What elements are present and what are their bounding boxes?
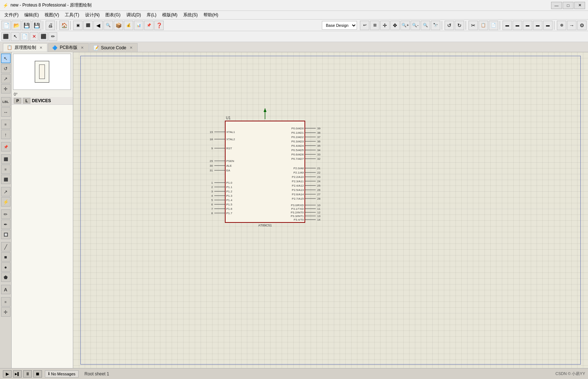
tb2-btn3[interactable]: 📄 bbox=[20, 32, 29, 41]
paste-button[interactable]: 📄 bbox=[489, 21, 498, 30]
save-as-button[interactable]: 💾 bbox=[32, 21, 41, 30]
help-button[interactable]: ❓ bbox=[154, 21, 164, 30]
text-tool1[interactable]: ✏ bbox=[1, 209, 10, 219]
move-up[interactable]: ↑ bbox=[1, 130, 10, 139]
menu-lib[interactable]: 库(L) bbox=[144, 11, 159, 19]
stop-button[interactable]: ⏹ bbox=[33, 370, 42, 378]
sidebar: 0° P L DEVICES bbox=[12, 52, 73, 368]
grid-button[interactable]: ⊞ bbox=[370, 21, 379, 30]
settings-button[interactable]: ⚙ bbox=[577, 21, 587, 30]
zoom-in-button[interactable]: 🔍+ bbox=[400, 21, 410, 30]
copy-button[interactable]: 📋 bbox=[479, 21, 488, 30]
maximize-button[interactable]: □ bbox=[563, 2, 574, 9]
tb2-btn5[interactable]: ⬛ bbox=[39, 32, 48, 41]
menu-graph[interactable]: 图表(G) bbox=[102, 11, 123, 19]
menu-system[interactable]: 系统(S) bbox=[180, 11, 201, 19]
component-tool2[interactable]: ≡ bbox=[1, 164, 10, 174]
bus-tool[interactable]: ↔ bbox=[1, 107, 10, 117]
align2-button[interactable]: ▬ bbox=[513, 21, 522, 30]
tb2-btn6[interactable]: ✏ bbox=[49, 32, 57, 41]
menu-edit[interactable]: 编辑(E) bbox=[21, 11, 42, 19]
probe-tool[interactable]: ↗ bbox=[1, 187, 10, 196]
align1-button[interactable]: ▬ bbox=[503, 21, 512, 30]
tool-btn5[interactable]: 📦 bbox=[114, 21, 123, 30]
tool-btn3[interactable]: ◀ bbox=[93, 21, 103, 30]
power-tool[interactable]: ≡ bbox=[1, 120, 10, 129]
devices-l-button[interactable]: L bbox=[23, 98, 30, 104]
align3-button[interactable]: ▬ bbox=[523, 21, 532, 30]
tab-source-code[interactable]: 📝 Source Code ✕ bbox=[89, 43, 138, 52]
zoom-all-button[interactable]: 🔭 bbox=[431, 21, 440, 30]
step-button[interactable]: ▶▌ bbox=[13, 370, 22, 378]
tab-source-close[interactable]: ✕ bbox=[129, 45, 134, 50]
origin-tool[interactable]: ✛ bbox=[1, 307, 10, 317]
menu-tools[interactable]: 工具(T) bbox=[62, 11, 82, 19]
play-button[interactable]: ▶ bbox=[3, 370, 12, 378]
pan-button[interactable]: ✥ bbox=[390, 21, 400, 30]
line-tool[interactable]: ╱ bbox=[1, 242, 10, 251]
tool-btn1[interactable]: ▣ bbox=[73, 21, 83, 30]
tab-pcb[interactable]: 🔷 PCB布版 ✕ bbox=[48, 43, 89, 52]
cross-probe-button[interactable]: ⊕ bbox=[557, 21, 566, 30]
menu-template[interactable]: 模版(M) bbox=[159, 11, 180, 19]
minimize-button[interactable]: — bbox=[551, 2, 562, 9]
label-tool[interactable]: LBL bbox=[1, 97, 10, 107]
tool-btn4[interactable]: 🔍 bbox=[104, 21, 113, 30]
text-tool2[interactable]: ✒ bbox=[1, 220, 10, 229]
design-selector[interactable]: Base Design bbox=[322, 21, 357, 30]
tb2-btn1[interactable]: ⬛ bbox=[1, 32, 10, 41]
tab-bar: 📋 原理图绘制 ✕ 🔷 PCB布版 ✕ 📝 Source Code ✕ bbox=[0, 42, 588, 52]
crosshair-button[interactable]: ✛ bbox=[380, 21, 390, 30]
zoom-area-button[interactable]: 🔍 bbox=[421, 21, 430, 30]
text-label[interactable]: A bbox=[1, 285, 10, 294]
select-tool[interactable]: ↖ bbox=[1, 54, 10, 63]
new-button[interactable]: 📄 bbox=[1, 21, 11, 30]
devices-list[interactable] bbox=[12, 105, 73, 368]
rotate-ccw[interactable]: ↺ bbox=[1, 64, 10, 73]
menu-debug[interactable]: 调试(D) bbox=[123, 11, 144, 19]
tb2-btn2[interactable]: ↖ bbox=[11, 32, 20, 41]
tool-btn7[interactable]: 📊 bbox=[134, 21, 143, 30]
menu-design[interactable]: 设计(N) bbox=[82, 11, 103, 19]
pause-button[interactable]: ⏸ bbox=[23, 370, 32, 378]
cut-button[interactable]: ✂ bbox=[469, 21, 478, 30]
netlist-button[interactable]: → bbox=[567, 21, 576, 30]
tb2-btn4[interactable]: ✕ bbox=[30, 32, 38, 41]
symbol-tool[interactable]: ≡ bbox=[1, 297, 10, 307]
component-tool1[interactable]: ⬛ bbox=[1, 154, 10, 164]
marker-tool[interactable]: 🔲 bbox=[1, 230, 10, 239]
tool-btn8[interactable]: 📌 bbox=[144, 21, 154, 30]
svg-text:P2.3/A11: P2.3/A11 bbox=[292, 180, 304, 183]
tab-schematic[interactable]: 📋 原理图绘制 ✕ bbox=[3, 43, 47, 52]
menu-view[interactable]: 视图(V) bbox=[42, 11, 62, 19]
rect-tool[interactable]: ■ bbox=[1, 252, 10, 262]
rotate-button[interactable]: ↩ bbox=[360, 21, 369, 30]
home-button[interactable]: 🏠 bbox=[59, 21, 69, 30]
undo-button[interactable]: ↺ bbox=[445, 21, 454, 30]
tool-btn6[interactable]: 💰 bbox=[124, 21, 133, 30]
align5-button[interactable]: ▬ bbox=[543, 21, 553, 30]
junction-tool[interactable]: ✛ bbox=[1, 84, 10, 93]
canvas-area[interactable]: U1 19 XTAL1 18 XTAL2 9 RST 29 PSEN 30 AL… bbox=[73, 52, 588, 368]
menu-help[interactable]: 帮助(H) bbox=[201, 11, 221, 19]
zoom-out-button[interactable]: 🔍- bbox=[411, 21, 420, 30]
component-tool3[interactable]: ⬛ bbox=[1, 175, 10, 184]
close-button[interactable]: ✕ bbox=[574, 2, 585, 9]
align4-button[interactable]: ▬ bbox=[533, 21, 542, 30]
circle-tool[interactable]: ● bbox=[1, 262, 10, 272]
svg-text:35: 35 bbox=[317, 144, 320, 147]
poly-tool[interactable]: ⬟ bbox=[1, 272, 10, 282]
print-button[interactable]: 🖨 bbox=[46, 21, 55, 30]
pin-tool[interactable]: 📌 bbox=[1, 142, 10, 151]
virtual-inst[interactable]: ⚡ bbox=[1, 197, 10, 207]
menu-file[interactable]: 文件(F) bbox=[1, 11, 21, 19]
svg-text:RST: RST bbox=[226, 147, 232, 150]
tool-btn2[interactable]: ⬛ bbox=[83, 21, 93, 30]
devices-p-button[interactable]: P bbox=[14, 98, 21, 104]
redo-button[interactable]: ↻ bbox=[455, 21, 464, 30]
tab-pcb-close[interactable]: ✕ bbox=[80, 45, 85, 50]
wire-tool[interactable]: ↗ bbox=[1, 74, 10, 83]
open-button[interactable]: 📂 bbox=[12, 21, 21, 30]
save-button[interactable]: 💾 bbox=[22, 21, 31, 30]
tab-schematic-close[interactable]: ✕ bbox=[38, 45, 43, 50]
